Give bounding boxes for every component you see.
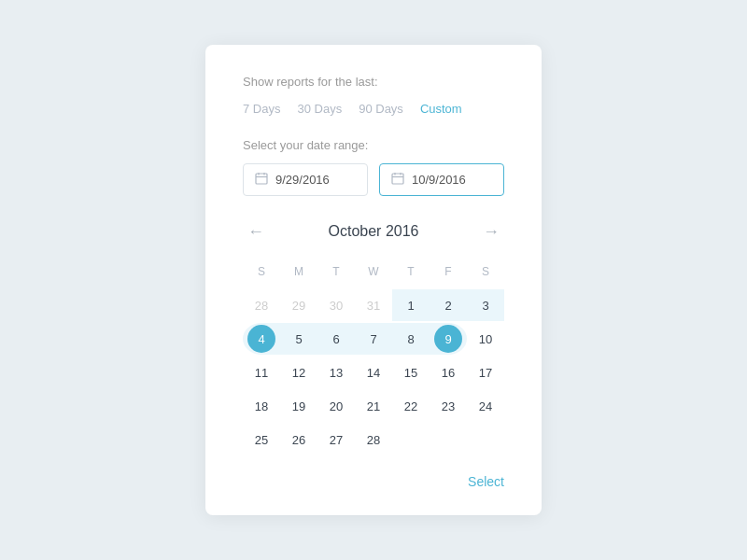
day-header: M	[280, 261, 317, 282]
calendar-day[interactable]: 17	[467, 357, 504, 388]
calendar-nav: ← October 2016 →	[243, 218, 504, 245]
day-header: W	[355, 261, 392, 282]
calendar-day[interactable]: 6	[317, 323, 355, 355]
calendar-grid: SMTWTFS 28293031123456789101112131415161…	[243, 261, 504, 455]
period-option-7-days[interactable]: 7 Days	[243, 102, 280, 116]
calendar-day[interactable]: 30	[317, 289, 355, 321]
day-header: T	[317, 261, 355, 282]
next-month-button[interactable]: →	[478, 218, 504, 245]
calendar-day[interactable]: 16	[430, 357, 467, 388]
day-headers: SMTWTFS	[243, 261, 504, 282]
calendar-day[interactable]: 18	[243, 390, 280, 422]
day-header: T	[392, 261, 430, 282]
end-date-value: 10/9/2016	[412, 173, 466, 187]
month-title: October 2016	[329, 223, 419, 240]
prev-month-button[interactable]: ←	[243, 218, 269, 245]
calendar-day[interactable]: 13	[317, 357, 355, 388]
day-header: S	[467, 261, 504, 282]
calendar-day[interactable]: 12	[280, 357, 317, 388]
calendar-day[interactable]: 26	[280, 424, 317, 455]
calendar-week: 18192021222324	[243, 390, 504, 422]
calendar-day[interactable]: 3	[467, 289, 504, 321]
calendar-icon-end	[391, 172, 404, 188]
day-header: F	[430, 261, 467, 282]
day-header: S	[243, 261, 280, 282]
calendar-day[interactable]: 9	[430, 323, 467, 355]
calendar-day[interactable]: 29	[280, 289, 317, 321]
date-range-label: Select your date range:	[243, 138, 504, 152]
calendar-day[interactable]: 2	[430, 289, 467, 321]
calendar-day[interactable]: 15	[392, 357, 430, 388]
date-inputs: 9/29/2016 10/9/2016	[243, 163, 504, 196]
calendar-week: 25262728	[243, 424, 504, 455]
calendar-day[interactable]: 11	[243, 357, 280, 388]
period-option-30-days[interactable]: 30 Days	[297, 102, 342, 116]
calendar-day[interactable]: 23	[430, 390, 467, 422]
calendar-week: 28293031123	[243, 289, 504, 321]
report-label: Show reports for the last:	[243, 75, 504, 89]
calendar-day[interactable]: 14	[355, 357, 392, 388]
calendar-day[interactable]: 27	[317, 424, 355, 455]
calendar-day	[392, 424, 430, 455]
period-option-custom[interactable]: Custom	[420, 102, 462, 116]
calendar-day	[430, 424, 467, 455]
calendar-week: 45678910	[243, 323, 504, 355]
period-options: 7 Days30 Days90 DaysCustom	[243, 102, 504, 116]
calendar-day[interactable]: 24	[467, 390, 504, 422]
calendar-day[interactable]: 21	[355, 390, 392, 422]
select-button[interactable]: Select	[468, 474, 504, 489]
date-picker-card: Show reports for the last: 7 Days30 Days…	[205, 45, 542, 515]
svg-rect-0	[256, 174, 267, 184]
calendar-day[interactable]: 19	[280, 390, 317, 422]
calendar-weeks: 2829303112345678910111213141516171819202…	[243, 289, 504, 455]
calendar-week: 11121314151617	[243, 357, 504, 388]
start-date-value: 9/29/2016	[275, 173, 330, 187]
calendar-day[interactable]: 7	[355, 323, 392, 355]
calendar-day[interactable]: 4	[243, 323, 280, 355]
calendar-day[interactable]: 1	[392, 289, 430, 321]
calendar-day[interactable]: 25	[243, 424, 280, 455]
calendar-day[interactable]: 10	[467, 323, 504, 355]
start-date-input[interactable]: 9/29/2016	[243, 163, 368, 196]
end-date-input[interactable]: 10/9/2016	[379, 163, 504, 196]
calendar-day[interactable]: 20	[317, 390, 355, 422]
svg-rect-4	[392, 174, 403, 184]
calendar-day	[467, 424, 504, 455]
calendar-day[interactable]: 28	[243, 289, 280, 321]
calendar-day[interactable]: 8	[392, 323, 430, 355]
footer: Select	[243, 474, 504, 489]
calendar-day[interactable]: 28	[355, 424, 392, 455]
calendar-day[interactable]: 31	[355, 289, 392, 321]
calendar-day[interactable]: 22	[392, 390, 430, 422]
period-option-90-days[interactable]: 90 Days	[359, 102, 403, 116]
calendar-icon-start	[255, 172, 268, 188]
calendar-day[interactable]: 5	[280, 323, 317, 355]
